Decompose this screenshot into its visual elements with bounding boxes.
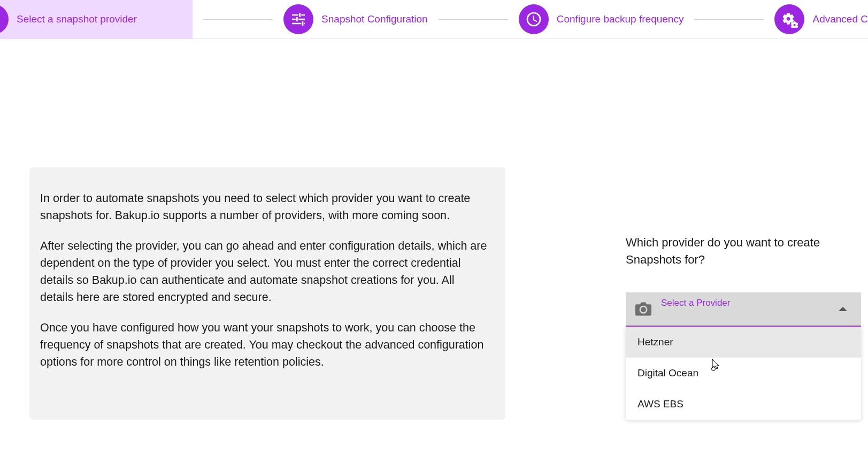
step-icon-wrap: [519, 4, 549, 34]
step-connector: [439, 19, 508, 20]
step-select-provider[interactable]: Select a snapshot provider: [0, 0, 193, 39]
step-connector: [694, 19, 764, 20]
provider-option-digitalocean[interactable]: Digital Ocean: [626, 358, 861, 389]
step-icon-wrap: [283, 4, 313, 34]
info-paragraph-1: In order to automate snapshots you need …: [40, 190, 489, 225]
clock-icon: [525, 11, 542, 28]
wizard-stepper: Select a snapshot provider Snapshot Conf…: [0, 0, 868, 39]
info-paragraph-2: After selecting the provider, you can go…: [40, 237, 489, 306]
provider-option-hetzner[interactable]: Hetzner: [626, 327, 861, 358]
camera-icon: [635, 302, 651, 316]
step-icon-wrap: [774, 4, 804, 34]
sliders-icon: [290, 11, 307, 28]
chevron-up-icon: [839, 307, 847, 311]
info-panel: In order to automate snapshots you need …: [29, 167, 505, 420]
provider-dropdown: Hetzner Digital Ocean AWS EBS: [626, 327, 861, 420]
step-snapshot-config[interactable]: Snapshot Configuration: [283, 0, 428, 39]
sliders-icon: [0, 11, 2, 28]
provider-option-awsebs[interactable]: AWS EBS: [626, 389, 861, 420]
provider-selector-panel: Which provider do you want to create Sna…: [626, 167, 861, 420]
step-connector: [203, 19, 273, 20]
step-label: Select a snapshot provider: [17, 13, 137, 25]
step-advanced[interactable]: Advanced C: [774, 0, 868, 39]
select-placeholder: Select a Provider: [661, 298, 730, 308]
info-paragraph-3: Once you have configured how you want yo…: [40, 319, 489, 371]
step-label: Configure backup frequency: [557, 13, 684, 25]
step-backup-frequency[interactable]: Configure backup frequency: [519, 0, 684, 39]
step-label: Advanced C: [812, 13, 868, 25]
main-content: In order to automate snapshots you need …: [0, 39, 868, 420]
gears-icon: [781, 11, 798, 28]
provider-question: Which provider do you want to create Sna…: [626, 234, 861, 268]
provider-select[interactable]: Select a Provider: [626, 292, 861, 327]
step-label: Snapshot Configuration: [321, 13, 428, 25]
step-icon-wrap: [0, 4, 9, 34]
